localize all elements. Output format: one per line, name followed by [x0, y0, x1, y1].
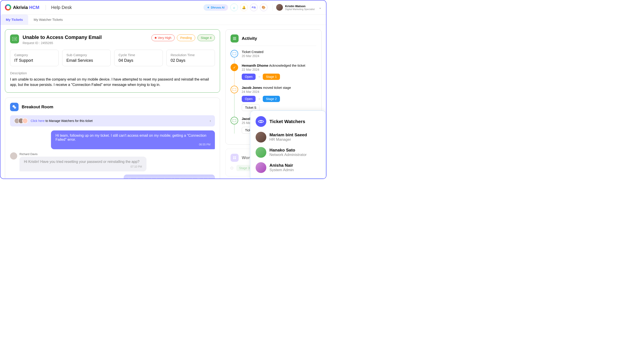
activity-title: Activity	[242, 36, 257, 41]
timeline-item: ✓ Hemanth Dhome Acknowledged the ticket …	[230, 64, 316, 80]
manage-watchers-bar[interactable]: Click here to Manage Watchers for this t…	[10, 115, 215, 126]
chat-message-me: Yes, I've done both and switched network…	[10, 175, 215, 179]
moved-stage-icon	[230, 86, 238, 93]
svg-point-16	[260, 121, 262, 122]
svg-rect-0	[12, 37, 17, 41]
arrow-right-icon: →	[258, 75, 261, 79]
tab-my-tickets[interactable]: My Tickets	[0, 15, 28, 25]
translate-icon[interactable]: A/あ	[250, 4, 258, 11]
description-label: Description	[10, 71, 215, 75]
avatar-stack	[14, 118, 28, 124]
tabs: My Tickets My Watcher Tickets	[0, 15, 326, 25]
svg-rect-15	[235, 158, 236, 159]
user-menu[interactable]: Kristin Watson Digital Marketing Special…	[272, 4, 322, 11]
logo-text: Akrivia HCM	[13, 5, 39, 10]
search-icon[interactable]: ⌕	[230, 4, 238, 11]
acknowledged-icon: ✓	[230, 64, 238, 71]
watcher-item[interactable]: Mariam bint Saeed HR Manager	[256, 132, 320, 143]
tab-watcher-tickets[interactable]: My Watcher Tickets	[28, 15, 68, 25]
logo[interactable]: Akrivia HCM	[5, 4, 39, 11]
bell-icon[interactable]: 🔔	[240, 4, 248, 11]
status-badge: Pending	[177, 35, 195, 41]
app-name: Help Desk	[46, 5, 72, 10]
resolution-time-box: Resolution Time 02 Days	[166, 50, 215, 66]
svg-rect-13	[235, 156, 236, 158]
svg-rect-6	[233, 37, 236, 38]
ticket-created-icon	[230, 50, 238, 58]
ticket-card: Unable to Access Company Email Request I…	[5, 29, 220, 93]
stage-badge: Stage 4	[198, 35, 215, 41]
ticket-title: Unable to Access Company Email	[22, 35, 102, 40]
ticket-icon	[10, 35, 19, 44]
avatar	[10, 152, 17, 160]
workflow-dot	[230, 167, 233, 169]
arrow-right-icon: →	[258, 97, 261, 101]
workflow-icon	[230, 154, 238, 162]
request-id: Request ID : 2455265	[22, 41, 102, 45]
eye-icon	[256, 116, 266, 127]
chevron-right-icon: ›	[210, 119, 211, 123]
svg-point-5	[14, 107, 16, 109]
breakout-title: Breakout Room	[22, 105, 53, 109]
chat-message-me: Hi team, following up on my ticket. I st…	[10, 130, 215, 149]
watcher-item[interactable]: Anisha Nair System Admin	[256, 162, 320, 173]
chat-icon	[10, 103, 18, 111]
timeline-item: Ticket Created 20 Mar 2024	[230, 50, 316, 58]
svg-rect-14	[233, 158, 234, 159]
svg-rect-8	[233, 39, 236, 40]
avatar	[256, 147, 266, 158]
moved-stage-icon	[230, 117, 238, 124]
svg-rect-10	[232, 88, 236, 91]
subcategory-box: Sub Category Email Services	[62, 50, 111, 66]
sparkle-icon: ✦	[207, 6, 210, 9]
timeline-item: Jacob Jones moved ticket stage 24 Mar 20…	[230, 86, 316, 111]
watcher-item[interactable]: Hanako Sato Network Administrator	[256, 147, 320, 158]
avatar	[276, 4, 283, 11]
priority-badge: Very High	[152, 35, 175, 41]
chat-message-other: Richard Davis Hi Kristin! Have you tried…	[10, 152, 215, 171]
dhruva-ai-button[interactable]: ✦Dhruva AI	[204, 4, 228, 11]
user-name: Kristin Watson	[285, 5, 314, 8]
svg-rect-9	[232, 52, 236, 55]
category-box: Category IT Support	[10, 50, 58, 66]
svg-rect-12	[233, 156, 234, 158]
ticket-watchers-popup: Ticket Watchers Mariam bint Saeed HR Man…	[250, 111, 326, 179]
chevron-down-icon: ⌄	[319, 5, 322, 10]
cycle-time-box: Cycle Time 04 Days	[114, 50, 163, 66]
description-text: I am unable to access the company email …	[10, 77, 215, 88]
avatar	[256, 162, 266, 173]
theme-icon[interactable]: 🎨	[260, 4, 268, 11]
breakout-room: Breakout Room Click here to Manage Watch…	[5, 98, 220, 179]
user-role: Digital Marketing Specialist	[285, 8, 314, 11]
header: Akrivia HCM Help Desk ✦Dhruva AI ⌕ 🔔 A/あ…	[0, 1, 326, 15]
watchers-popup-title: Ticket Watchers	[270, 119, 305, 124]
svg-rect-11	[232, 119, 236, 122]
logo-icon	[5, 4, 11, 11]
watchers-text: Click here to Manage Watchers for this t…	[31, 119, 92, 123]
avatar	[256, 132, 266, 143]
svg-point-1	[14, 39, 14, 39]
svg-rect-7	[233, 38, 236, 39]
activity-icon	[230, 35, 238, 43]
